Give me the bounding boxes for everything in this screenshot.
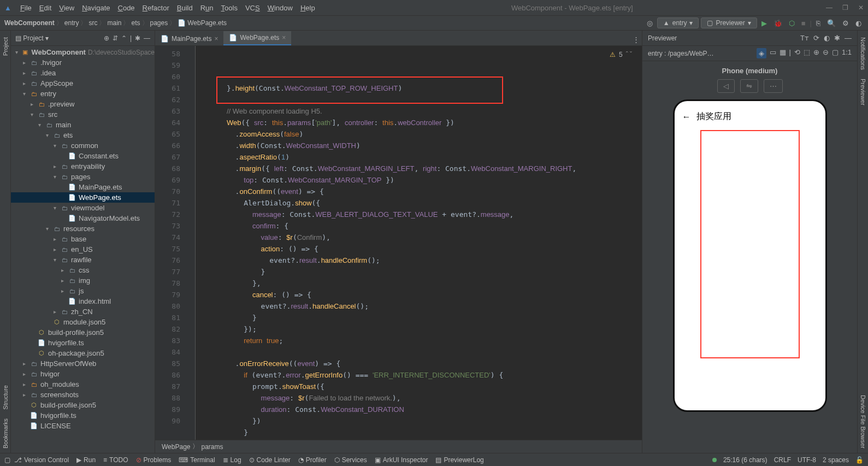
maximize-icon[interactable]: ❐	[842, 4, 848, 11]
menu-view[interactable]: View	[56, 2, 78, 14]
tt-icon[interactable]: Tᴛ	[800, 34, 809, 42]
profile-icon[interactable]: ◐	[853, 17, 864, 29]
editor-breadcrumbs[interactable]: WebPage〉params	[155, 440, 642, 453]
status-previewer-log[interactable]: ▤ PreviewerLog	[432, 456, 487, 464]
debug-icon[interactable]: 🐞	[771, 17, 784, 29]
fit-icon[interactable]: ▢	[832, 48, 839, 58]
menu-code[interactable]: Code	[115, 2, 138, 14]
menu-run[interactable]: Run	[197, 2, 217, 14]
code-inspection-status[interactable]: ⚠5 ˆ ˇ	[610, 49, 632, 61]
window-title: WebComponent - WebPage.ets [entry]	[318, 4, 826, 12]
editor-area: 📄MainPage.ets× 📄WebPage.ets× ⋮ 585960616…	[155, 31, 642, 453]
status-encoding[interactable]: UTF-8	[798, 456, 816, 464]
status-terminal[interactable]: ⌨ Terminal	[175, 456, 219, 464]
run-icon[interactable]: ▶	[759, 17, 769, 29]
eye-icon[interactable]: ◐	[824, 34, 830, 42]
prev-nav-more[interactable]: ⋯	[764, 79, 783, 93]
menu-vcs[interactable]: VCS	[242, 2, 263, 14]
crop-icon[interactable]: ⬚	[804, 48, 810, 58]
menu-tools[interactable]: Tools	[218, 2, 241, 14]
tab-mainpage[interactable]: 📄MainPage.ets×	[155, 32, 223, 45]
settings-icon[interactable]: ⚙	[840, 17, 851, 29]
close-icon[interactable]: ✕	[858, 4, 864, 11]
attach-icon[interactable]: ⬡	[787, 17, 797, 29]
expand-icon[interactable]: ⇵	[113, 34, 118, 42]
status-profiler[interactable]: ◔ Profiler	[294, 456, 330, 464]
menu-refactor[interactable]: Refactor	[139, 2, 173, 14]
gear-icon[interactable]: ✱	[834, 34, 840, 42]
breadcrumb[interactable]: WebComponent〉 entry〉 src〉 main〉 ets〉 pag…	[4, 19, 227, 28]
project-panel-title: Project	[23, 34, 43, 42]
zoom-out-icon[interactable]: ⊖	[823, 48, 829, 58]
project-tree[interactable]: ▾▣WebComponentD:\devecoStudioSpace ▸🗀.hv…	[11, 46, 155, 453]
phone-title: 抽奖应用	[696, 111, 731, 122]
editor-tabs: 📄MainPage.ets× 📄WebPage.ets× ⋮	[155, 31, 642, 46]
previewer-tool-tab[interactable]: Previewer	[860, 74, 866, 110]
device-grid-icon[interactable]: ▦	[780, 48, 786, 58]
previewer-selector[interactable]: ▢ Previewer ▾	[701, 17, 757, 28]
status-code-linter[interactable]: ⊙ Code Linter	[245, 456, 294, 464]
prev-nav-back[interactable]: ◁	[717, 79, 735, 93]
structure-tool-tab[interactable]: Structure	[2, 381, 9, 414]
status-arkui[interactable]: ▣ ArkUI Inspector	[371, 456, 432, 464]
status-todo[interactable]: ≡ TODO	[99, 456, 132, 464]
navigation-bar: WebComponent〉 entry〉 src〉 main〉 ets〉 pag…	[0, 15, 868, 31]
rotate-icon[interactable]: ⟲	[794, 48, 800, 58]
device-file-browser-tab[interactable]: Device File Browser	[860, 391, 866, 453]
phone-back-icon[interactable]: ←	[682, 112, 691, 122]
minimize-icon[interactable]: —	[826, 4, 832, 11]
previewer-panel: Previewer Tᴛ ⟳ ◐ ✱ — entry : /pages/WebP…	[642, 31, 857, 453]
module-selector[interactable]: ▲ entry ▾	[657, 17, 699, 28]
search-icon[interactable]: 🔍	[825, 17, 838, 29]
stop-icon[interactable]: ■	[799, 17, 808, 29]
project-panel: ▤ Project ▾ ⊕ ⇵ ⌃ | ✱ — ▾▣WebComponentD:…	[11, 31, 155, 453]
status-readonly-icon[interactable]: 🔓	[855, 456, 864, 464]
status-problems[interactable]: ⊘ Problems	[132, 456, 175, 464]
menu-edit[interactable]: Edit	[36, 2, 55, 14]
breadcrumb-root[interactable]: WebComponent	[4, 19, 55, 27]
status-indicator-icon	[712, 458, 717, 462]
one-to-one-icon[interactable]: 1:1	[842, 48, 852, 58]
status-services[interactable]: ⬡ Services	[330, 456, 371, 464]
status-crlf[interactable]: CRLF	[774, 456, 791, 464]
menu-navigate[interactable]: Navigate	[79, 2, 113, 14]
line-gutter: 5859606162636465666768697071727374757677…	[155, 46, 185, 440]
menu-bar: File Edit View Navigate Code Refactor Bu…	[17, 2, 318, 14]
title-bar: ▲ File Edit View Navigate Code Refactor …	[0, 0, 868, 15]
prev-nav-rotate[interactable]: ⇋	[740, 79, 758, 93]
hide-icon[interactable]: —	[845, 34, 852, 42]
previewer-entry: entry : /pages/WebP…	[648, 50, 714, 57]
status-version-control[interactable]: ⎇ Version Control	[10, 456, 73, 464]
locate-icon[interactable]: ⊕	[104, 34, 109, 42]
device-tablet-icon[interactable]: ▭	[770, 48, 776, 58]
hide-icon[interactable]: —	[144, 34, 150, 42]
phone-content-box	[700, 130, 800, 358]
refresh-icon[interactable]: ⟳	[813, 34, 819, 42]
status-indent[interactable]: 2 spaces	[823, 456, 849, 464]
tab-webpage[interactable]: 📄WebPage.ets×	[223, 31, 291, 45]
left-tool-gutter: Project Structure Bookmarks	[0, 31, 11, 453]
status-cursor[interactable]: 25:16 (6 chars)	[723, 456, 767, 464]
menu-file[interactable]: File	[17, 2, 35, 14]
tree-item-webpage[interactable]: 📄WebPage.ets	[11, 192, 155, 203]
tab-menu-icon[interactable]: ⋮	[630, 34, 642, 45]
sync-icon[interactable]: ◎	[645, 17, 655, 29]
status-tool-icon[interactable]: ▢	[4, 456, 10, 464]
right-tool-gutter: Notifications Previewer Device File Brow…	[857, 31, 868, 453]
device-phone-icon[interactable]: ◈	[757, 48, 766, 58]
bookmarks-tool-tab[interactable]: Bookmarks	[2, 414, 9, 453]
code-editor[interactable]: ⚠5 ˆ ˇ }.height(Const.WebConstant_TOP_RO…	[196, 46, 642, 440]
status-log[interactable]: ≣ Log	[219, 456, 245, 464]
collapse-icon[interactable]: ⌃	[121, 34, 127, 42]
menu-window[interactable]: Window	[264, 2, 296, 14]
zoom-in-icon[interactable]: ⊕	[813, 48, 819, 58]
status-run[interactable]: ▶ Run	[73, 456, 99, 464]
gear-icon[interactable]: ✱	[135, 34, 140, 42]
phone-preview[interactable]: ← 抽奖应用	[673, 99, 827, 412]
project-tool-tab[interactable]: Project	[2, 33, 9, 60]
app-logo-icon: ▲	[4, 4, 11, 12]
notifications-tool-tab[interactable]: Notifications	[860, 33, 866, 74]
menu-build[interactable]: Build	[174, 2, 196, 14]
menu-help[interactable]: Help	[297, 2, 318, 14]
git-icon[interactable]: ⎘	[814, 17, 823, 29]
